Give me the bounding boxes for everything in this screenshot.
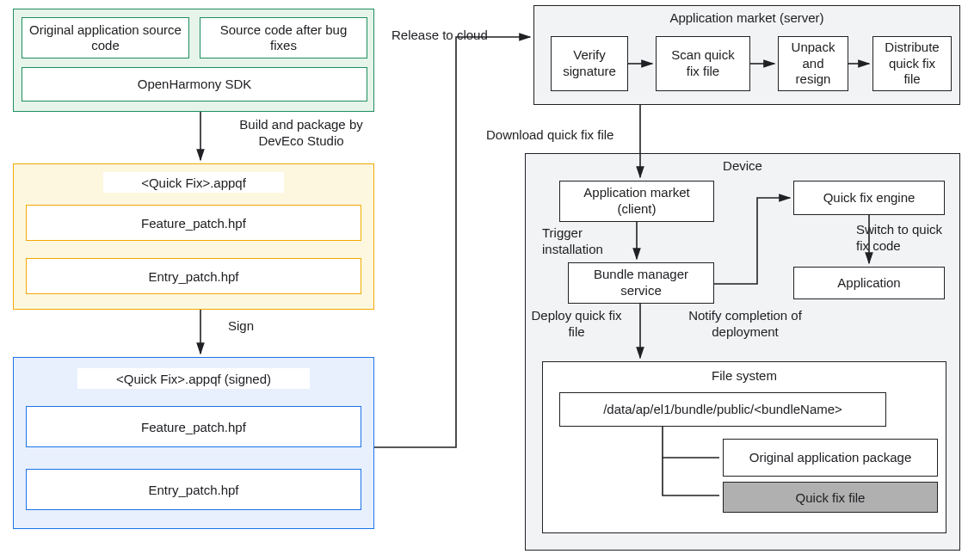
entry-hpf-box: Entry_patch.hpf [26,258,361,294]
signed-feature-hpf-box: Feature_patch.hpf [26,406,361,447]
quick-fix-file-box: Quick fix file [723,482,938,513]
sign-label: Sign [215,318,267,335]
scan-file-box: Scan quick fix file [656,36,750,91]
unpack-resign-box: Unpack and resign [778,36,848,91]
original-source-box: Original application source code [22,17,189,58]
signed-appqf-title: <Quick Fix>.appqf (signed) [77,368,310,389]
quick-fix-engine-box: Quick fix engine [793,181,945,215]
sdk-box: OpenHarmony SDK [22,67,367,102]
file-system-title: File system [542,368,946,385]
diagram-canvas: Original application source code Source … [0,0,968,560]
deploy-label: Deploy quick fix file [516,308,637,341]
download-label: Download quick fix file [486,127,658,144]
fixed-source-box: Source code after bug fixes [200,17,367,58]
application-box: Application [793,267,945,299]
appqf-title: <Quick Fix>.appqf [103,172,284,193]
market-server-title: Application market (server) [533,10,960,27]
original-package-box: Original application package [723,439,938,477]
distribute-box: Distribute quick fix file [872,36,952,91]
build-label: Build and package by DevEco Studio [215,117,387,150]
switch-label: Switch to quick fix code [856,222,965,255]
trigger-label: Trigger installation [542,225,628,258]
verify-signature-box: Verify signature [551,36,628,91]
signed-entry-hpf-box: Entry_patch.hpf [26,469,361,510]
release-label: Release to cloud [392,28,529,44]
device-title: Device [525,158,960,175]
notify-label: Notify completion of deployment [668,308,823,341]
bundle-path-box: /data/ap/el1/bundle/public/<bundleName> [559,392,886,427]
feature-hpf-box: Feature_patch.hpf [26,205,361,241]
market-client-box: Application market (client) [559,181,714,222]
bundle-manager-box: Bundle manager service [568,262,714,304]
